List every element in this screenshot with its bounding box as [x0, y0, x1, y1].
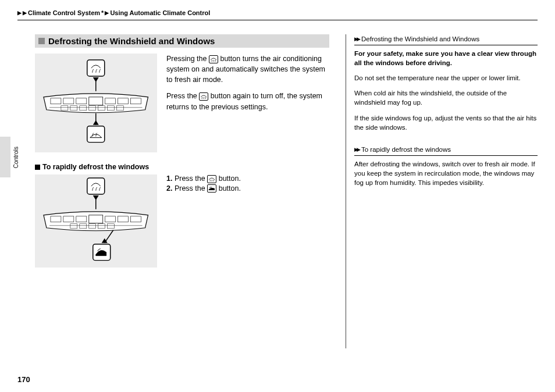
section-title-bar: Defrosting the Windshield and Windows — [35, 34, 329, 48]
square-bullet-icon — [35, 165, 40, 170]
section-title: Defrosting the Windshield and Windows — [48, 36, 215, 46]
step-2: 2. Press the button. — [166, 184, 241, 193]
triangle-icon: ▶ — [17, 10, 22, 16]
paragraph: Pressing the button turns the air condit… — [166, 54, 329, 85]
text: button. — [219, 174, 241, 183]
double-triangle-icon: ▶▶ — [354, 35, 361, 43]
sidebar-text: When cold air hits the windshield, the o… — [354, 88, 538, 107]
subhead-text: To rapidly defrost the windows — [42, 163, 149, 171]
sidebar-bold-warning: For your safety, make sure you have a cl… — [354, 49, 538, 67]
breadcrumb-star: * — [101, 9, 104, 16]
text: Pressing the — [166, 55, 207, 63]
defrost-icon — [199, 92, 208, 101]
step-num: 2. — [166, 184, 172, 193]
sidebar-text: Do not set the temperature near the uppe… — [354, 73, 538, 83]
paragraph: Press the button again to turn off, the … — [166, 91, 329, 112]
breadcrumb: ▶ ▶ Climate Control System * ▶ Using Aut… — [17, 9, 538, 20]
climate-panel-illustration-1 — [35, 54, 157, 152]
triangle-icon: ▶ — [105, 10, 109, 16]
svg-rect-0 — [87, 60, 105, 76]
text: Press the — [175, 174, 205, 183]
double-triangle-icon: ▶▶ — [354, 146, 361, 154]
step-num: 1. — [166, 174, 172, 183]
side-tab-label: Controls — [13, 147, 19, 168]
text: Press the — [166, 92, 197, 100]
square-bullet-icon — [38, 38, 45, 44]
subheading: To rapidly defrost the windows — [35, 163, 329, 171]
side-tab — [0, 137, 10, 177]
triangle-icon: ▶ — [23, 10, 27, 16]
breadcrumb-seg-1: Climate Control System — [28, 9, 100, 16]
sidebar-heading-2: ▶▶ To rapidly defrost the windows — [354, 145, 538, 156]
page-number: 170 — [17, 375, 30, 384]
step-1: 1. Press the button. — [166, 174, 241, 183]
recirculation-icon — [207, 184, 216, 193]
defrost-icon — [207, 175, 216, 183]
svg-rect-19 — [87, 178, 105, 194]
text: Press the — [175, 184, 205, 193]
sidebar-head-text: Defrosting the Windshield and Windows — [361, 34, 479, 44]
sidebar-text: If the side windows fog up, adjust the v… — [354, 113, 538, 132]
sidebar-text: After defrosting the windows, switch ove… — [354, 159, 538, 187]
defrost-icon — [209, 55, 218, 63]
sidebar-head-text: To rapidly defrost the windows — [361, 145, 451, 154]
sidebar-heading-1: ▶▶ Defrosting the Windshield and Windows — [354, 34, 538, 45]
breadcrumb-seg-2: Using Automatic Climate Control — [110, 9, 210, 16]
text: button. — [219, 184, 241, 193]
climate-panel-illustration-2 — [35, 174, 157, 268]
